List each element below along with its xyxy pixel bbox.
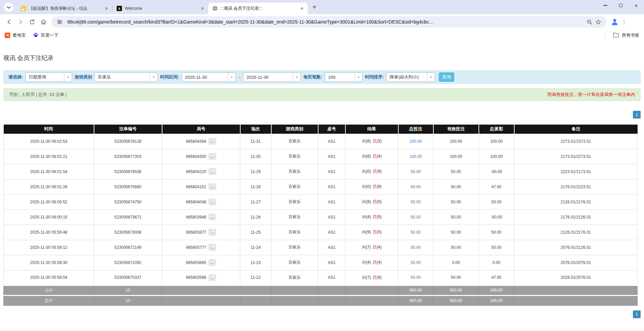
- bookmark-star-icon[interactable]: [594, 18, 603, 26]
- col-time: 时间: [4, 125, 94, 134]
- date-start-select[interactable]: 2025-11-30 ▼: [182, 72, 236, 82]
- refresh-button[interactable]: [26, 16, 38, 28]
- total-bet-link[interactable]: 50.00: [410, 260, 421, 265]
- video-replay-icon[interactable]: [209, 274, 216, 281]
- total-bet-link[interactable]: 50.00: [410, 215, 421, 220]
- banker-result: 庄: [373, 139, 377, 143]
- video-replay-icon[interactable]: [209, 138, 216, 144]
- video-replay-icon[interactable]: [209, 214, 216, 220]
- table-no-cell: AS1: [318, 255, 345, 270]
- video-replay-icon[interactable]: [209, 229, 216, 235]
- valid-bet-cell: 0.00: [433, 255, 479, 270]
- total-bet-link[interactable]: 50.00: [410, 200, 421, 204]
- search-button[interactable]: 查询: [439, 72, 454, 82]
- total-bet-cell: 50.00: [398, 164, 433, 179]
- result-cell: 闲(4)庄(4): [345, 255, 398, 270]
- video-replay-icon[interactable]: [209, 153, 216, 160]
- divider: [605, 32, 606, 38]
- game-cell: 百家乐: [271, 179, 318, 194]
- total-bet-link[interactable]: 100.00: [409, 154, 422, 159]
- range-separator: ~: [238, 75, 241, 80]
- round-id: 665803877: [186, 230, 206, 235]
- date-end-value: 2025-11-30: [243, 73, 293, 81]
- total-bet-link[interactable]: 50.00: [410, 185, 421, 189]
- player-result: 闲: [362, 154, 366, 159]
- tab-betrecord-active[interactable]: :::视讯 会员下注纪录::: ×: [208, 3, 308, 14]
- bet-id-cell: 523005673671: [94, 209, 162, 225]
- banker-result: 庄: [373, 275, 377, 280]
- total-bet-cell: 100.00: [398, 149, 433, 164]
- sort-order-select[interactable]: 降幂(由大到小) ▼: [386, 72, 435, 82]
- video-replay-icon[interactable]: [209, 184, 216, 190]
- close-button[interactable]: ×: [628, 0, 644, 11]
- time-cell: 2025-11-30 06:01:26: [4, 179, 94, 194]
- video-replay-icon[interactable]: [209, 244, 216, 251]
- page-size-value: 100: [325, 73, 355, 81]
- maximize-button[interactable]: [613, 0, 628, 11]
- date-end-select[interactable]: 2025-11-30 ▼: [243, 72, 301, 82]
- total-bet-link[interactable]: 50.00: [410, 230, 421, 235]
- total-bet-link[interactable]: 50.00: [410, 245, 421, 250]
- player-result: 闲: [362, 139, 366, 143]
- bet-id-cell: 523005676536: [94, 164, 162, 179]
- omnibox[interactable]: 66cxkj98.com/game/betrecord_search/kind3…: [51, 16, 607, 28]
- profile-button[interactable]: [609, 16, 620, 27]
- tab-search-button[interactable]: [4, 3, 13, 12]
- total-count: 10: [94, 295, 162, 305]
- tab-forum[interactable]: 【新提醒】海燕策略论坛 - 综合 ×: [17, 3, 112, 14]
- game-type-value: 百家乐: [95, 73, 150, 81]
- total-bet-link[interactable]: 50.00: [410, 169, 421, 174]
- game-cell: 百家乐: [271, 209, 318, 225]
- url-text[interactable]: 66cxkj98.com/game/betrecord_search/kind3…: [67, 19, 585, 25]
- page-size-select[interactable]: 100 ▼: [325, 72, 363, 82]
- minimize-button[interactable]: [597, 0, 613, 11]
- round-id: 665803777: [186, 245, 206, 250]
- chevron-down-icon: ▼: [427, 73, 435, 81]
- total-bet-cell: 50.00: [398, 225, 433, 240]
- col-table: 桌号: [318, 125, 345, 134]
- video-replay-icon[interactable]: [209, 259, 216, 266]
- baidu-paw-icon: [33, 32, 38, 39]
- site-settings-icon[interactable]: [55, 18, 64, 26]
- valid-bet-cell: 50.00: [433, 179, 479, 194]
- folder-icon: [613, 32, 619, 39]
- bookmark-baidu[interactable]: 百度一下: [33, 32, 58, 39]
- payout-cell: 50.00: [479, 240, 514, 255]
- session-cell: 11-31: [240, 134, 271, 149]
- round-id: 665803586: [186, 275, 206, 280]
- menu-kebab-icon[interactable]: ⋮: [621, 16, 627, 27]
- bet-id-cell: 523005674750: [94, 194, 162, 209]
- page-1-button[interactable]: 1: [633, 111, 641, 119]
- table-row: 2025-11-30 06:02:53 523005678128 6658043…: [4, 134, 638, 149]
- zoom-icon[interactable]: [585, 18, 594, 26]
- chevron-down-icon: ▼: [64, 73, 72, 81]
- session-cell: 11-23: [240, 255, 271, 270]
- video-replay-icon[interactable]: [209, 199, 216, 205]
- payout-cell: 47.50: [479, 179, 514, 194]
- total-bet-link[interactable]: 100.00: [409, 139, 422, 144]
- back-button[interactable]: [3, 16, 15, 28]
- table-no-cell: AS1: [318, 149, 345, 164]
- col-result: 结果: [345, 125, 398, 134]
- tab-welcome[interactable]: ♞ Welcome ×: [113, 3, 208, 14]
- all-bookmarks-button[interactable]: 所有书签: [605, 32, 639, 39]
- total-bet-link[interactable]: 50.00: [410, 275, 421, 280]
- query-type-select[interactable]: 日期查询 ▼: [25, 72, 72, 82]
- pagination-bottom: 1: [3, 310, 641, 318]
- game-type-select[interactable]: 百家乐 ▼: [94, 72, 158, 82]
- tab-close-icon[interactable]: ×: [200, 5, 206, 11]
- game-cell: 百家乐: [271, 134, 318, 149]
- window-controls: ×: [597, 0, 644, 11]
- tab-close-icon[interactable]: ×: [103, 5, 110, 11]
- bookmark-taobao[interactable]: 淘 爱淘宝: [5, 32, 26, 38]
- tab-close-icon[interactable]: ×: [299, 5, 305, 11]
- table-row: 2025-11-30 06:02:21 523005677303 6658043…: [4, 149, 638, 164]
- page-1-button[interactable]: 1: [633, 310, 641, 318]
- video-replay-icon[interactable]: [209, 168, 216, 175]
- total-bet-cell: 50.00: [398, 179, 433, 194]
- new-tab-button[interactable]: +: [310, 2, 319, 12]
- bookmarks-bar: 淘 爱淘宝 百度一下 所有书签: [0, 30, 644, 41]
- forward-button[interactable]: [15, 16, 26, 28]
- home-button[interactable]: [38, 16, 49, 28]
- date-start-value: 2025-11-30: [182, 73, 228, 81]
